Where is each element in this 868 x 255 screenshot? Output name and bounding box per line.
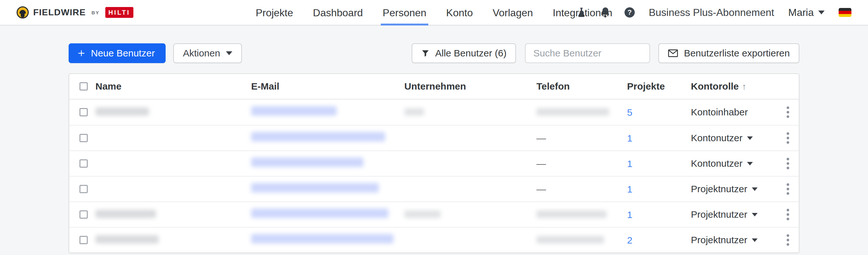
column-header-role[interactable]: Kontorolle↑ (691, 81, 777, 92)
redacted-email-link[interactable] (251, 234, 394, 244)
chevron-down-icon (752, 213, 757, 216)
phone-empty-dash: — (536, 133, 546, 143)
main-nav: Projekte Dashboard Personen Konto Vorlag… (256, 0, 612, 26)
by-label: BY (92, 10, 99, 15)
redacted-email-link[interactable] (251, 183, 379, 192)
new-user-label: Neue Benutzer (91, 48, 155, 59)
nav-item-projekte[interactable]: Projekte (256, 0, 293, 26)
plus-icon (77, 49, 86, 58)
role-dropdown: Kontoinhaber (691, 107, 777, 118)
row-menu-kebab-icon[interactable] (784, 232, 792, 248)
nav-item-vorlagen[interactable]: Vorlagen (493, 0, 533, 26)
row-menu-kebab-icon[interactable] (784, 104, 792, 120)
actions-label: Aktionen (183, 48, 220, 59)
nav-item-dashboard[interactable]: Dashboard (313, 0, 363, 26)
row-menu-kebab-icon[interactable] (784, 130, 792, 146)
role-dropdown[interactable]: Kontonutzer (691, 158, 777, 169)
row-checkbox[interactable] (80, 185, 88, 193)
role-label: Kontoinhaber (691, 107, 748, 118)
phone-empty-dash: — (536, 184, 546, 194)
role-dropdown[interactable]: Projektnutzer (691, 209, 777, 220)
table-header-row: Name E-Mail Unternehmen Telefon Projekte… (69, 74, 799, 100)
language-flag-german[interactable] (839, 8, 851, 17)
redacted-email-link[interactable] (251, 157, 364, 167)
redacted-name (95, 107, 149, 116)
role-dropdown[interactable]: Kontonutzer (691, 133, 777, 143)
column-header-phone[interactable]: Telefon (536, 81, 627, 92)
redacted-phone (536, 210, 607, 218)
table-row: 5 Kontoinhaber (69, 100, 799, 125)
role-label: Projektnutzer (691, 184, 747, 194)
column-header-email[interactable]: E-Mail (251, 81, 404, 92)
actions-button[interactable]: Aktionen (173, 43, 242, 63)
topbar-right: ? Business Plus-Abonnement Maria (577, 7, 851, 19)
projects-count-link[interactable]: 1 (627, 133, 632, 143)
role-header-label: Kontorolle (691, 81, 739, 92)
users-table: Name E-Mail Unternehmen Telefon Projekte… (69, 73, 799, 253)
help-question-glyph: ? (624, 7, 635, 17)
row-checkbox[interactable] (80, 210, 88, 219)
row-menu-kebab-icon[interactable] (784, 155, 792, 172)
projects-count-link[interactable]: 5 (627, 107, 632, 118)
row-checkbox[interactable] (80, 159, 88, 168)
envelope-icon (668, 49, 678, 58)
phone-empty-dash: — (536, 158, 546, 169)
top-navigation-bar: FIELDWIRE BY HILTI Projekte Dashboard Pe… (0, 0, 868, 26)
redacted-email-link[interactable] (251, 209, 389, 218)
fieldwire-logo[interactable]: FIELDWIRE BY HILTI (17, 6, 133, 19)
fieldwire-wordmark: FIELDWIRE (33, 7, 86, 17)
column-header-company[interactable]: Unternehmen (404, 81, 536, 92)
chevron-down-icon (752, 239, 757, 242)
row-menu-kebab-icon[interactable] (784, 181, 792, 197)
row-checkbox[interactable] (80, 236, 88, 244)
search-users-input[interactable] (525, 43, 650, 63)
people-toolbar: Neue Benutzer Aktionen Alle Benutzer (6) (69, 43, 799, 63)
role-dropdown[interactable]: Projektnutzer (691, 184, 777, 194)
nav-item-personen[interactable]: Personen (383, 0, 426, 26)
export-user-list-button[interactable]: Benutzerliste exportieren (658, 43, 799, 63)
hilti-logo: HILTI (105, 7, 133, 18)
subscription-label: Business Plus-Abonnement (649, 7, 774, 19)
row-checkbox[interactable] (80, 108, 88, 116)
redacted-name (95, 210, 156, 218)
filter-users-button[interactable]: Alle Benutzer (6) (412, 43, 516, 63)
role-label: Projektnutzer (691, 234, 747, 246)
help-icon[interactable]: ? (624, 7, 635, 17)
new-user-button[interactable]: Neue Benutzer (69, 43, 166, 63)
redacted-name (95, 235, 159, 244)
role-label: Projektnutzer (691, 209, 747, 220)
projects-count-link[interactable]: 1 (627, 158, 632, 169)
export-label: Benutzerliste exportieren (684, 48, 790, 59)
chevron-down-icon (226, 51, 232, 55)
row-checkbox[interactable] (80, 134, 88, 142)
nav-item-konto[interactable]: Konto (446, 0, 473, 26)
redacted-phone (536, 108, 609, 116)
chevron-down-icon (747, 162, 753, 166)
people-content: Neue Benutzer Aktionen Alle Benutzer (6) (69, 43, 799, 253)
redacted-company (404, 108, 424, 116)
table-row: — 1 Kontonutzer (69, 150, 799, 176)
role-dropdown[interactable]: Projektnutzer (691, 234, 777, 246)
sort-ascending-icon: ↑ (742, 82, 746, 92)
role-label: Kontonutzer (691, 133, 743, 143)
table-row: 1 Projektnutzer (69, 202, 799, 227)
column-header-name[interactable]: Name (95, 81, 251, 92)
filter-funnel-icon (421, 49, 430, 58)
redacted-email-link[interactable] (251, 132, 385, 142)
table-body: 5 Kontoinhaber — 1 Kontonutzer (69, 100, 799, 252)
column-header-projects[interactable]: Projekte (627, 81, 691, 92)
user-menu[interactable]: Maria (788, 7, 825, 19)
projects-count-link[interactable]: 1 (627, 210, 632, 220)
toolbar-left: Neue Benutzer Aktionen (69, 43, 242, 63)
row-menu-kebab-icon[interactable] (784, 206, 792, 223)
projects-count-link[interactable]: 1 (627, 184, 632, 194)
chevron-down-icon (818, 10, 825, 14)
table-row: — 1 Projektnutzer (69, 176, 799, 202)
select-all-checkbox[interactable] (80, 82, 88, 90)
toolbar-right: Alle Benutzer (6) Benutzerliste exportie… (412, 43, 799, 63)
projects-count-link[interactable]: 2 (627, 235, 632, 246)
nav-item-integrationen[interactable]: Integrationen (553, 0, 612, 26)
redacted-email-link[interactable] (251, 106, 337, 116)
table-row: — 1 Kontonutzer (69, 125, 799, 150)
role-label: Kontonutzer (691, 158, 743, 169)
